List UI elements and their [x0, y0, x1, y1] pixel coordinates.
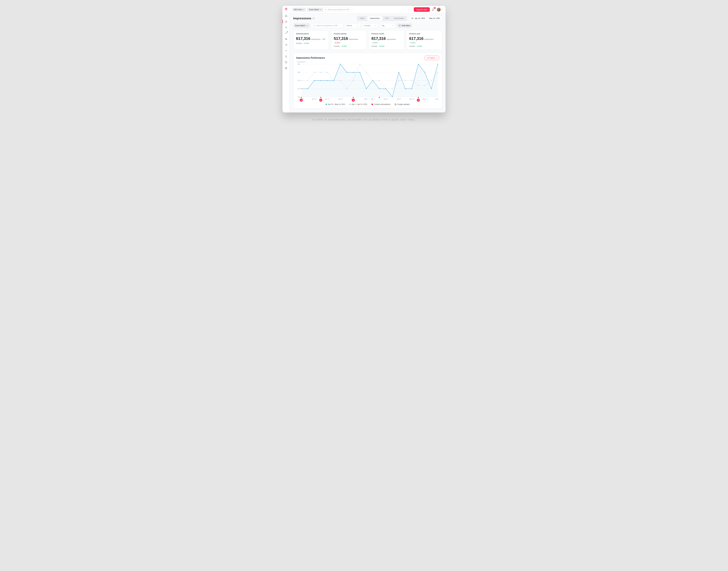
- legend-current: Apr 23 - May 14, 2021: [326, 103, 345, 105]
- svg-point-63: [360, 72, 360, 73]
- svg-point-35: [321, 72, 321, 73]
- notifications-button[interactable]: 2: [431, 8, 435, 11]
- stat-delta: ↓ 6.04%: [334, 42, 340, 44]
- app-window: SEO Alive Exact Match Search by keyword …: [282, 6, 446, 112]
- sidebar-dashboard[interactable]: [283, 19, 289, 24]
- hexagon-icon: [371, 103, 373, 105]
- svg-text:May 6: May 6: [384, 98, 388, 100]
- annotation-dot-icon: [353, 97, 354, 98]
- legend-google: Google updates: [394, 103, 410, 105]
- chart-annotation[interactable]: 1: [319, 97, 323, 102]
- topbar-search[interactable]: Search by keyword or URL: [323, 7, 352, 12]
- svg-point-72: [418, 64, 419, 65]
- svg-point-9: [313, 25, 314, 26]
- chevron-down-icon: [392, 25, 394, 26]
- search-icon: [325, 9, 327, 11]
- hide-filters-button[interactable]: Hide filters: [397, 23, 412, 28]
- topbar: SEO Alive Exact Match Search by keyword …: [290, 6, 446, 13]
- bell-icon: [432, 8, 434, 11]
- sidebar-target[interactable]: [283, 25, 289, 30]
- filter-device[interactable]: Device: [345, 23, 361, 28]
- svg-point-6: [285, 56, 287, 57]
- svg-point-3: [286, 27, 286, 28]
- chart-annotation[interactable]: 1: [352, 97, 355, 102]
- sidebar-history[interactable]: [283, 60, 289, 65]
- stat-growth: Growth↑ 6.04%: [409, 45, 439, 47]
- info-icon[interactable]: ?: [312, 17, 314, 19]
- stat-label: Previous period: [334, 33, 364, 35]
- svg-point-5: [286, 38, 287, 39]
- stat-growth: Growth↑ 6.04%: [334, 45, 364, 47]
- match-selector[interactable]: Exact Match: [307, 8, 323, 12]
- svg-rect-8: [412, 18, 413, 19]
- stat-growth: Growth↑ 6.04%: [371, 45, 401, 47]
- stat-card: Previous period517,316 impressions ↓ 6.0…: [331, 30, 367, 50]
- tab-impressions[interactable]: Impressions: [367, 16, 382, 20]
- annotation-badge: 1: [319, 99, 323, 102]
- search-placeholder: Search by keyword or URL: [328, 9, 349, 11]
- notification-dot-icon: [287, 31, 288, 32]
- sidebar-edit[interactable]: [283, 66, 289, 71]
- svg-point-58: [327, 80, 328, 81]
- svg-point-70: [405, 88, 405, 89]
- sidebar-list[interactable]: [283, 42, 289, 47]
- svg-point-52: [431, 80, 432, 81]
- chevron-down-icon: [436, 57, 437, 59]
- svg-point-48: [405, 80, 405, 81]
- sidebar: [282, 6, 290, 112]
- tab-clicks[interactable]: Clicks: [357, 16, 367, 20]
- tab-ctr[interactable]: CTR: [382, 16, 391, 20]
- filter-bar: Exact Match Search by keyword or URL Dev…: [293, 23, 442, 28]
- stat-value: 617,316: [296, 36, 310, 41]
- stat-card: Previous year617,316 impressions ↑ 0.04%…: [406, 30, 442, 50]
- stat-card: Selected period617,316 impressions ↑ 567…: [293, 30, 329, 50]
- svg-point-66: [379, 88, 380, 89]
- sidebar-home[interactable]: [283, 13, 289, 18]
- project-label: SEO Alive: [294, 9, 302, 11]
- svg-text:Apr 25: Apr 25: [312, 98, 316, 100]
- svg-point-68: [392, 97, 393, 97]
- page-title: Impressions?: [293, 17, 314, 20]
- svg-point-44: [379, 80, 380, 81]
- calendar-icon: [411, 17, 414, 19]
- chevron-down-icon[interactable]: [442, 9, 443, 10]
- chevron-down-icon: [357, 25, 359, 26]
- stat-value: 517,316: [334, 36, 348, 41]
- chart-annotation[interactable]: [379, 97, 380, 98]
- svg-point-59: [334, 80, 334, 81]
- filter-search[interactable]: Search by keyword or URL: [311, 23, 343, 28]
- export-icon: [427, 57, 429, 59]
- stat-delta: ↑ 6.04%: [371, 42, 378, 44]
- svg-text:Apr 27: Apr 27: [325, 98, 330, 100]
- tab-avg-position[interactable]: Avg Position: [391, 16, 406, 20]
- match-label: Exact Match: [309, 9, 319, 11]
- chart-annotation[interactable]: 1: [300, 97, 303, 102]
- stat-growth: Growth↑ 6.04%: [296, 42, 326, 44]
- svg-point-55: [307, 88, 308, 89]
- upgrade-button[interactable]: Upgrade plan: [414, 7, 430, 12]
- sidebar-analytics[interactable]: [283, 30, 289, 36]
- avatar[interactable]: [437, 8, 441, 11]
- project-selector[interactable]: SEO Alive: [292, 8, 306, 12]
- export-button[interactable]: Export: [425, 56, 439, 60]
- filter-tag[interactable]: Tag: [380, 23, 395, 28]
- svg-point-69: [398, 72, 399, 73]
- svg-point-67: [385, 88, 386, 89]
- chart-annotation[interactable]: 1: [417, 97, 420, 102]
- sidebar-users[interactable]: [283, 36, 289, 41]
- svg-text:May 12: May 12: [423, 98, 427, 100]
- chevron-down-icon: [306, 25, 308, 26]
- date-range-picker[interactable]: Apr 23, 2021 – May 14, 2021: [410, 16, 442, 21]
- filter-match[interactable]: Exact Match: [293, 23, 310, 28]
- svg-point-56: [314, 80, 314, 81]
- sidebar-bug[interactable]: [283, 54, 289, 59]
- svg-point-32: [301, 80, 302, 81]
- svg-text:May 2: May 2: [364, 98, 368, 100]
- sidebar-trend[interactable]: [283, 48, 289, 53]
- stat-unit: impressions: [311, 38, 321, 40]
- annotation-badge: 1: [352, 99, 355, 102]
- svg-point-34: [314, 72, 314, 73]
- stat-delta: ↑ 0.04%: [409, 42, 416, 44]
- filter-country[interactable]: Country: [362, 23, 378, 28]
- svg-point-54: [301, 88, 302, 89]
